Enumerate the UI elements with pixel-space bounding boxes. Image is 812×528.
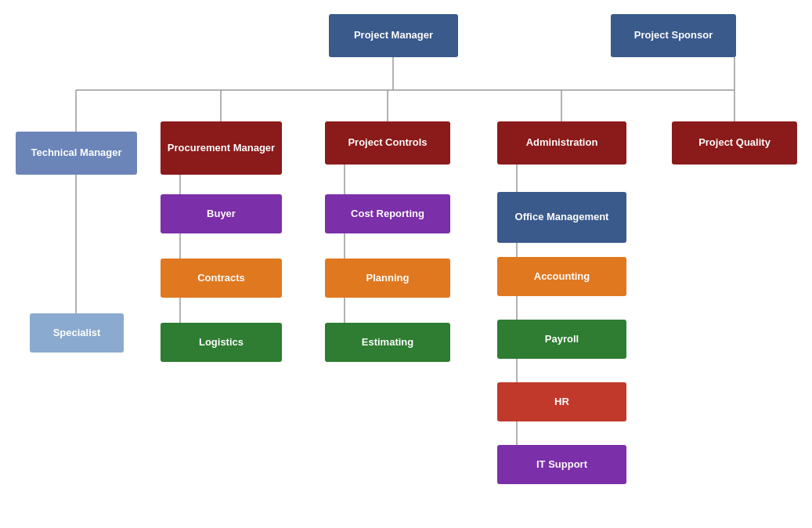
cost-reporting-node: Cost Reporting (325, 194, 450, 233)
office-management-node: Office Management (497, 192, 626, 243)
accounting-node: Accounting (497, 257, 626, 296)
project-manager-node: Project Manager (329, 14, 458, 57)
technical-manager-node: Technical Manager (16, 132, 137, 175)
planning-node: Planning (325, 259, 450, 298)
project-sponsor-node: Project Sponsor (611, 14, 736, 57)
it-support-node: IT Support (497, 445, 626, 484)
project-controls-node: Project Controls (325, 121, 450, 165)
hr-node: HR (497, 382, 626, 421)
specialist-node: Specialist (30, 313, 124, 353)
org-chart: Project Manager Project Sponsor Technica… (0, 0, 812, 528)
contracts-node: Contracts (161, 259, 282, 298)
project-quality-node: Project Quality (672, 121, 797, 165)
payroll-node: Payroll (497, 320, 626, 359)
estimating-node: Estimating (325, 323, 450, 362)
procurement-manager-node: Procurement Manager (161, 121, 282, 175)
buyer-node: Buyer (161, 194, 282, 233)
administration-node: Administration (497, 121, 626, 165)
logistics-node: Logistics (161, 323, 282, 362)
